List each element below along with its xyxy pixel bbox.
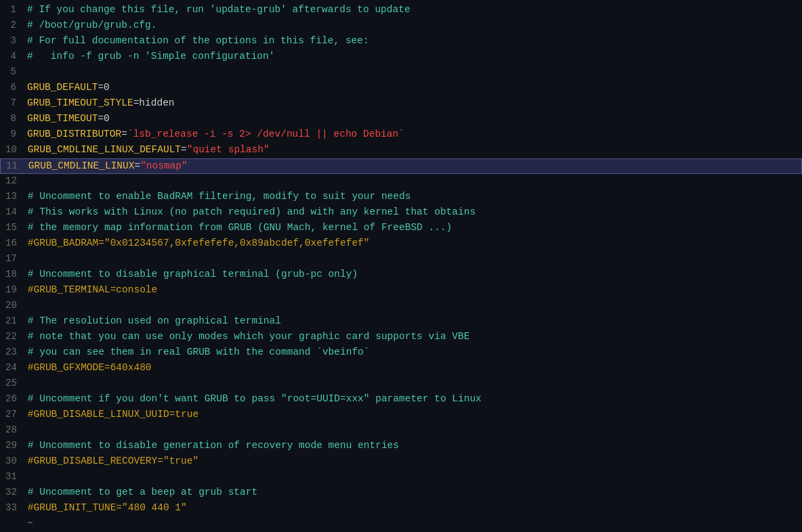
line-number: 27 <box>0 407 25 421</box>
line-content: GRUB_TIMEOUT_STYLE=hidden <box>24 96 802 110</box>
table-row: 22# note that you can use only modes whi… <box>0 330 802 345</box>
line-number: 5 <box>0 65 24 79</box>
line-number: 6 <box>0 81 24 94</box>
line-content: GRUB_DEFAULT=0 <box>24 81 802 95</box>
line-content: GRUB_DISTRIBUTOR=`lsb_release -i -s 2> /… <box>24 127 802 141</box>
table-row: 29# Uncomment to disable generation of r… <box>0 439 802 454</box>
line-number: 13 <box>0 190 25 203</box>
table-row: 13# Uncomment to enable BadRAM filtering… <box>0 190 802 205</box>
line-content: # Uncomment to disable graphical termina… <box>25 267 802 282</box>
line-number: 30 <box>0 454 25 468</box>
table-row: 9GRUB_DISTRIBUTOR=`lsb_release -i -s 2> … <box>0 127 802 143</box>
line-number: 14 <box>0 205 25 219</box>
table-row: 28 <box>0 423 802 439</box>
table-row: 10GRUB_CMDLINE_LINUX_DEFAULT="quiet spla… <box>0 143 802 158</box>
table-row: 6GRUB_DEFAULT=0 <box>0 81 802 96</box>
line-content: #GRUB_GFXMODE=640x480 <box>25 361 802 375</box>
table-row: 7GRUB_TIMEOUT_STYLE=hidden <box>0 96 802 112</box>
line-content: # Uncomment to get a beep at grub start <box>25 485 802 500</box>
line-content: # you can see them in real GRUB with the… <box>25 345 802 359</box>
line-content: # For full documentation of the options … <box>24 34 802 48</box>
table-row: 18# Uncomment to disable graphical termi… <box>0 267 802 283</box>
line-number: 17 <box>0 252 25 265</box>
line-content: # If you change this file, run 'update-g… <box>24 3 802 17</box>
line-content: #GRUB_INIT_TUNE="480 440 1" <box>25 501 802 515</box>
line-content: # Uncomment to enable BadRAM filtering, … <box>25 190 802 204</box>
table-row: 5 <box>0 65 802 81</box>
table-row: 20 <box>0 298 802 314</box>
line-number: 4 <box>0 49 24 63</box>
table-row: ~ <box>0 516 802 532</box>
line-number: 15 <box>0 221 25 234</box>
line-number: 1 <box>0 3 24 16</box>
table-row: 15# the memory map information from GRUB… <box>0 221 802 236</box>
line-content: #GRUB_TERMINAL=console <box>25 283 802 297</box>
line-content: #GRUB_BADRAM="0x01234567,0xfefefefe,0x89… <box>25 236 802 250</box>
line-content: #GRUB_DISABLE_RECOVERY="true" <box>25 454 802 468</box>
code-lines: 1# If you change this file, run 'update-… <box>0 0 802 532</box>
line-number: 8 <box>0 112 24 125</box>
table-row: 21# The resolution used on graphical ter… <box>0 314 802 330</box>
table-row: 11GRUB_CMDLINE_LINUX="nosmap" <box>0 158 802 174</box>
line-content: GRUB_CMDLINE_LINUX="nosmap" <box>26 159 801 173</box>
table-row: 32# Uncomment to get a beep at grub star… <box>0 485 802 501</box>
line-content: # Uncomment if you don't want GRUB to pa… <box>25 392 802 406</box>
line-content: # the memory map information from GRUB (… <box>25 221 802 235</box>
line-number: 2 <box>0 18 24 32</box>
line-number: 28 <box>0 423 25 437</box>
line-number: 26 <box>0 392 25 405</box>
line-number: 32 <box>0 485 25 499</box>
code-editor: 1# If you change this file, run 'update-… <box>0 0 802 532</box>
line-content: # info -f grub -n 'Simple configuration' <box>24 49 802 64</box>
table-row: 33#GRUB_INIT_TUNE="480 440 1" <box>0 501 802 516</box>
table-row: 1# If you change this file, run 'update-… <box>0 3 802 18</box>
table-row: 2# /boot/grub/grub.cfg. <box>0 18 802 34</box>
line-number: 11 <box>1 159 26 173</box>
line-content: GRUB_CMDLINE_LINUX_DEFAULT="quiet splash… <box>25 143 802 157</box>
line-number: 12 <box>0 174 25 187</box>
table-row: 17 <box>0 252 802 267</box>
line-number: 20 <box>0 298 25 312</box>
table-row: 4# info -f grub -n 'Simple configuration… <box>0 49 802 65</box>
table-row: 16#GRUB_BADRAM="0x01234567,0xfefefefe,0x… <box>0 236 802 252</box>
line-number: 25 <box>0 376 25 390</box>
line-number: 10 <box>0 143 25 156</box>
table-row: 30#GRUB_DISABLE_RECOVERY="true" <box>0 454 802 470</box>
line-number: 33 <box>0 501 25 514</box>
table-row: 27#GRUB_DISABLE_LINUX_UUID=true <box>0 407 802 423</box>
line-number: 3 <box>0 34 24 47</box>
line-content: #GRUB_DISABLE_LINUX_UUID=true <box>25 407 802 422</box>
line-number: 31 <box>0 470 25 483</box>
line-content: # This works with Linux (no patch requir… <box>25 205 802 219</box>
line-content: ~ <box>24 516 802 531</box>
line-content: # Uncomment to disable generation of rec… <box>25 439 802 453</box>
line-content: # The resolution used on graphical termi… <box>25 314 802 328</box>
line-number: 21 <box>0 314 25 328</box>
line-number: 23 <box>0 345 25 359</box>
table-row: 19#GRUB_TERMINAL=console <box>0 283 802 298</box>
line-content: # /boot/grub/grub.cfg. <box>24 18 802 32</box>
line-number: 7 <box>0 96 24 110</box>
line-number: 22 <box>0 330 25 343</box>
line-number: 9 <box>0 127 24 141</box>
table-row: 25 <box>0 376 802 392</box>
table-row: 14# This works with Linux (no patch requ… <box>0 205 802 221</box>
line-number: 29 <box>0 439 25 452</box>
line-number: 19 <box>0 283 25 296</box>
line-content: # note that you can use only modes which… <box>25 330 802 344</box>
table-row: 26# Uncomment if you don't want GRUB to … <box>0 392 802 407</box>
line-number: 16 <box>0 236 25 250</box>
table-row: 8GRUB_TIMEOUT=0 <box>0 112 802 127</box>
table-row: 12 <box>0 174 802 190</box>
table-row: 3# For full documentation of the options… <box>0 34 802 49</box>
line-number: 24 <box>0 361 25 374</box>
line-content: GRUB_TIMEOUT=0 <box>24 112 802 126</box>
table-row: 23# you can see them in real GRUB with t… <box>0 345 802 361</box>
table-row: 31 <box>0 470 802 485</box>
table-row: 24#GRUB_GFXMODE=640x480 <box>0 361 802 376</box>
line-number: 18 <box>0 267 25 281</box>
